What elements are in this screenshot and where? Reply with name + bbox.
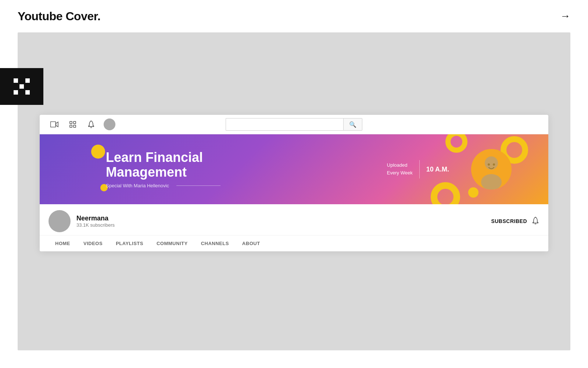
deco-ring-2 (431, 182, 460, 204)
youtube-card: 🔍 (40, 115, 548, 251)
pixel (14, 78, 18, 83)
banner-title: Learn Financial Management (106, 150, 387, 179)
deco-orb-3 (468, 187, 478, 198)
svg-point-7 (485, 156, 498, 170)
subscribe-bell-icon[interactable] (531, 216, 539, 226)
channel-avatar[interactable] (49, 210, 71, 232)
tab-home[interactable]: HOME (49, 236, 77, 251)
tab-playlists[interactable]: PLAYLISTS (109, 236, 150, 251)
pixel (25, 78, 30, 83)
channel-subscribers: 33.1K subscribers (76, 222, 115, 228)
tab-videos[interactable]: VIDEOS (77, 236, 109, 251)
tab-community[interactable]: COMMUNITY (150, 236, 194, 251)
search-button[interactable]: 🔍 (343, 118, 362, 131)
channel-meta: Neermana 33.1K subscribers (76, 215, 115, 228)
search-bar-wrap: 🔍 (226, 118, 362, 131)
banner-time: 10 A.M. (426, 166, 449, 173)
svg-rect-2 (74, 121, 76, 124)
svg-rect-0 (51, 122, 56, 127)
pixel (19, 84, 24, 89)
deco-ring-1 (445, 134, 467, 153)
svg-point-5 (91, 127, 92, 128)
tab-channels[interactable]: CHANNELS (194, 236, 236, 251)
pixel (25, 84, 30, 89)
svg-rect-4 (74, 125, 76, 127)
subscribed-button[interactable]: SUBSCRIBED (491, 218, 527, 224)
pixel (19, 78, 24, 83)
svg-point-10 (493, 163, 495, 166)
yt-navbar: 🔍 (40, 115, 548, 134)
brand-logo-block (0, 68, 43, 105)
banner-content: Learn Financial Management Special With … (40, 150, 387, 188)
channel-right: SUBSCRIBED (491, 216, 539, 226)
logo-pixels (14, 78, 30, 95)
banner-divider (419, 160, 420, 178)
svg-rect-1 (70, 121, 72, 124)
banner-profile-image (471, 149, 512, 190)
svg-rect-3 (70, 125, 72, 127)
tab-about[interactable]: ABOUT (236, 236, 267, 251)
next-arrow-icon[interactable]: → (560, 10, 570, 22)
user-avatar[interactable] (104, 118, 115, 130)
channel-banner: Learn Financial Management Special With … (40, 134, 548, 204)
channel-tabs: HOME VIDEOS PLAYLISTS COMMUNITY CHANNELS… (40, 236, 548, 251)
notification-bell-icon[interactable] (85, 118, 97, 130)
pixel (14, 90, 18, 95)
channel-info-row: Neermana 33.1K subscribers SUBSCRIBED (40, 204, 548, 236)
svg-point-9 (488, 163, 490, 166)
channel-left: Neermana 33.1K subscribers (49, 210, 115, 232)
video-upload-icon[interactable] (49, 118, 60, 130)
svg-point-11 (535, 223, 536, 224)
top-bar: Youtube Cover. → (0, 0, 588, 32)
search-icon: 🔍 (349, 121, 356, 128)
pixel (14, 84, 18, 89)
banner-schedule: Uploaded Every Week (387, 162, 413, 177)
pixel (25, 90, 30, 95)
search-input[interactable] (226, 118, 343, 131)
svg-point-8 (481, 174, 502, 190)
page-title: Youtube Cover. (18, 10, 100, 23)
channel-name: Neermana (76, 215, 115, 222)
apps-grid-icon[interactable] (67, 118, 79, 130)
yt-nav-icons (49, 118, 115, 130)
pixel (19, 90, 24, 95)
banner-subtitle: Special With Maria Hellenovic (106, 183, 169, 188)
